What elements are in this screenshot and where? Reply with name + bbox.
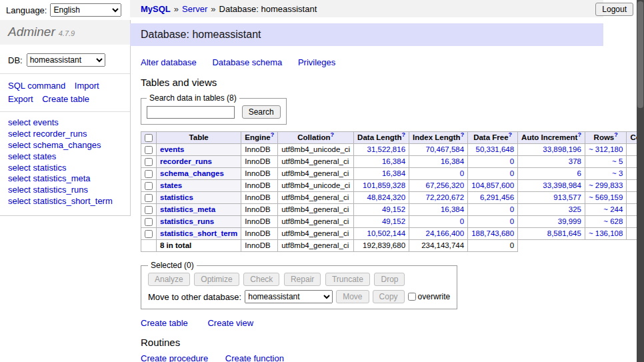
row-checkbox[interactable] xyxy=(145,170,153,178)
table-name-link[interactable]: statistics_runs xyxy=(160,217,214,225)
sidebar-table-link[interactable]: select statistics_runs xyxy=(8,185,122,196)
rows-count-link[interactable]: ~ 299,833 xyxy=(589,181,623,189)
scrollbar-thumb[interactable] xyxy=(637,1,643,108)
rows-count-link[interactable]: ~ 569,159 xyxy=(589,193,623,201)
index-length-link[interactable]: 16,384 xyxy=(441,205,464,213)
auto-increment-link[interactable]: 39,999 xyxy=(558,217,581,225)
privileges-link[interactable]: Privileges xyxy=(298,57,335,67)
sidebar-table-link[interactable]: select statistics_meta xyxy=(8,173,122,185)
sidebar-table-link[interactable]: select schema_changes xyxy=(8,140,122,151)
row-checkbox[interactable] xyxy=(145,206,153,214)
index-length-link[interactable]: 72,220,672 xyxy=(426,193,465,201)
help-icon[interactable]: ? xyxy=(271,131,275,138)
auto-increment-link[interactable]: 33,398,984 xyxy=(543,181,581,189)
language-select[interactable]: English xyxy=(50,3,121,17)
vertical-scrollbar[interactable] xyxy=(637,0,644,362)
data-length-link[interactable]: 49,152 xyxy=(382,217,405,225)
sidebar-table-link[interactable]: select states xyxy=(8,151,122,163)
auto-increment-link[interactable]: 6 xyxy=(577,169,581,177)
move-db-select[interactable]: homeassistant xyxy=(245,290,333,303)
data-free-link[interactable]: 104,857,600 xyxy=(471,181,514,189)
create-function-link[interactable]: Create function xyxy=(225,353,284,362)
auto-increment-link[interactable]: 8,581,645 xyxy=(547,229,581,237)
alter-database-link[interactable]: Alter database xyxy=(141,57,197,67)
data-free-link[interactable]: 0 xyxy=(510,169,514,177)
index-length-link[interactable]: 16,384 xyxy=(441,157,464,165)
auto-increment-link[interactable]: 325 xyxy=(569,205,581,213)
sidebar-table-link[interactable]: select statistics xyxy=(8,163,122,174)
engine-cell: InnoDB xyxy=(241,156,278,168)
help-icon[interactable]: ? xyxy=(614,131,618,138)
rows-count-link[interactable]: ~ 312,180 xyxy=(589,145,623,153)
sidebar: Adminer4.7.9 DB: homeassistant SQL comma… xyxy=(0,20,131,216)
table-name-link[interactable]: statistics xyxy=(160,193,193,201)
rows-count-link[interactable]: ~ 136,108 xyxy=(589,229,623,237)
rows-count-link[interactable]: ~ 3 xyxy=(612,169,623,177)
create-table-link-sidebar[interactable]: Create table xyxy=(42,93,89,106)
sidebar-table-link[interactable]: select statistics_short_term xyxy=(8,196,122,207)
table-row: events InnoDB utf8mb4_unicode_ci 31,522,… xyxy=(141,144,644,156)
sql-command-link[interactable]: SQL command xyxy=(8,79,65,93)
index-length-link[interactable]: 67,256,320 xyxy=(426,181,465,189)
search-input[interactable] xyxy=(147,106,235,119)
table-name-link[interactable]: events xyxy=(160,145,184,153)
help-icon[interactable]: ? xyxy=(402,131,406,138)
database-links: Alter database Database schema Privilege… xyxy=(141,57,593,67)
table-name-link[interactable]: states xyxy=(160,181,182,189)
search-button[interactable]: Search xyxy=(242,105,281,119)
row-checkbox[interactable] xyxy=(145,230,153,238)
engine-cell: InnoDB xyxy=(241,228,278,240)
index-length-link[interactable]: 70,467,584 xyxy=(426,145,465,153)
table-name-link[interactable]: statistics_meta xyxy=(160,205,215,213)
sidebar-table-link[interactable]: select events xyxy=(8,117,122,129)
rows-count-link[interactable]: ~ 244 xyxy=(603,205,623,213)
row-checkbox[interactable] xyxy=(145,146,153,154)
data-length-link[interactable]: 10,502,144 xyxy=(367,229,406,237)
rows-count-link[interactable]: ~ 5 xyxy=(612,157,623,165)
data-free-link[interactable]: 50,331,648 xyxy=(476,145,515,153)
data-free-link[interactable]: 188,743,680 xyxy=(471,229,514,237)
table-name-link[interactable]: recorder_runs xyxy=(160,157,212,165)
export-link[interactable]: Export xyxy=(8,93,33,106)
index-length-link[interactable]: 0 xyxy=(460,169,464,177)
data-length-link[interactable]: 16,384 xyxy=(382,157,405,165)
row-checkbox[interactable] xyxy=(145,194,153,202)
database-schema-link[interactable]: Database schema xyxy=(212,57,282,67)
auto-increment-link[interactable]: 33,898,196 xyxy=(543,145,581,153)
rows-count-link[interactable]: ~ 628 xyxy=(603,217,623,225)
data-free-link[interactable]: 0 xyxy=(510,157,514,165)
create-procedure-link[interactable]: Create procedure xyxy=(141,353,208,362)
help-icon[interactable]: ? xyxy=(509,131,513,138)
data-free-link[interactable]: 0 xyxy=(510,217,514,225)
data-length-link[interactable]: 16,384 xyxy=(382,169,405,177)
table-name-link[interactable]: statistics_short_term xyxy=(160,229,237,237)
auto-increment-link[interactable]: 913,577 xyxy=(553,193,581,201)
help-icon[interactable]: ? xyxy=(577,131,581,138)
help-icon[interactable]: ? xyxy=(461,131,465,138)
data-length-link[interactable]: 48,824,320 xyxy=(367,193,406,201)
logout-button[interactable]: Logout xyxy=(595,3,633,16)
data-free-link[interactable]: 6,291,456 xyxy=(480,193,514,201)
sidebar-table-link[interactable]: select recorder_runs xyxy=(8,129,122,140)
create-table-link[interactable]: Create table xyxy=(141,318,188,328)
create-view-link[interactable]: Create view xyxy=(207,318,253,328)
table-total-row: 8 in total InnoDB utf8mb4_general_ci 192… xyxy=(141,240,644,252)
data-free-link[interactable]: 0 xyxy=(510,205,514,213)
help-icon[interactable]: ? xyxy=(330,131,334,138)
breadcrumb-driver-link[interactable]: MySQL xyxy=(141,4,171,14)
index-length-link[interactable]: 24,166,400 xyxy=(426,229,465,237)
table-name-link[interactable]: schema_changes xyxy=(160,169,224,177)
select-all-checkbox[interactable] xyxy=(145,134,153,142)
index-length-link[interactable]: 0 xyxy=(460,217,464,225)
data-length-link[interactable]: 49,152 xyxy=(382,205,405,213)
auto-increment-link[interactable]: 378 xyxy=(569,157,581,165)
data-length-link[interactable]: 101,859,328 xyxy=(363,181,405,189)
row-checkbox[interactable] xyxy=(145,218,153,226)
db-select[interactable]: homeassistant xyxy=(27,53,105,67)
data-length-link[interactable]: 31,522,816 xyxy=(367,145,406,153)
import-link[interactable]: Import xyxy=(75,79,99,93)
overwrite-checkbox[interactable] xyxy=(408,293,416,301)
row-checkbox[interactable] xyxy=(145,158,153,166)
row-checkbox[interactable] xyxy=(145,182,153,190)
breadcrumb-server-link[interactable]: Server xyxy=(182,4,207,14)
